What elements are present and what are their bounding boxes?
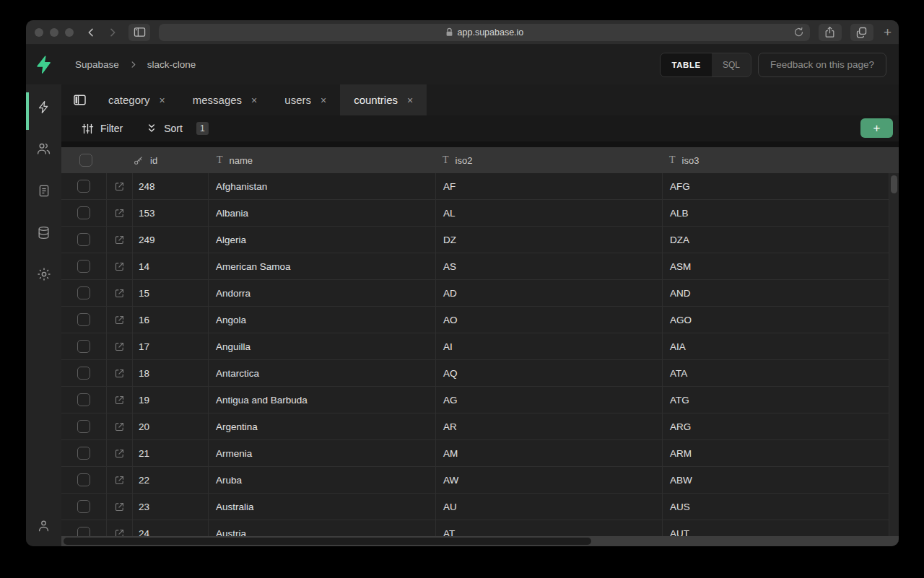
expand-row-icon[interactable] — [114, 368, 125, 379]
close-icon[interactable]: × — [321, 95, 326, 106]
cell-id[interactable]: 15 — [133, 280, 209, 306]
browser-sidebar-toggle-icon[interactable] — [128, 24, 150, 41]
column-header-iso2[interactable]: T iso2 — [436, 147, 663, 173]
expand-row-icon[interactable] — [114, 208, 125, 219]
sidebar-item-settings[interactable] — [35, 265, 53, 284]
row-checkbox[interactable] — [77, 527, 90, 536]
cell-id[interactable]: 248 — [133, 173, 209, 199]
row-checkbox[interactable] — [77, 340, 90, 353]
cell-name[interactable]: Andorra — [209, 280, 436, 306]
sidebar-item-auth-users[interactable] — [35, 139, 53, 158]
cell-iso2[interactable]: AG — [436, 387, 663, 413]
back-icon[interactable] — [85, 27, 97, 38]
cell-iso3[interactable]: AUT — [663, 520, 889, 536]
sidebar-item-home[interactable] — [35, 97, 53, 116]
cell-id[interactable]: 249 — [133, 227, 209, 253]
tab-messages[interactable]: messages × — [179, 84, 271, 115]
cell-iso2[interactable]: AT — [436, 520, 663, 536]
cell-id[interactable]: 23 — [133, 494, 209, 520]
expand-row-icon[interactable] — [114, 181, 125, 192]
close-window-button[interactable] — [35, 28, 43, 37]
cell-id[interactable]: 19 — [133, 387, 209, 413]
expand-row-icon[interactable] — [114, 395, 125, 406]
cell-id[interactable]: 22 — [133, 467, 209, 493]
row-checkbox[interactable] — [77, 180, 90, 193]
horizontal-scrollbar[interactable] — [61, 536, 899, 546]
cell-iso3[interactable]: ARM — [663, 440, 889, 466]
cell-iso3[interactable]: AGO — [663, 307, 889, 333]
cell-iso3[interactable]: ASM — [663, 253, 889, 279]
cell-iso3[interactable]: AIA — [663, 333, 889, 359]
cell-iso3[interactable]: DZA — [663, 227, 889, 253]
sidebar-item-database[interactable] — [35, 223, 53, 242]
cell-iso3[interactable]: AUS — [663, 494, 889, 520]
row-checkbox[interactable] — [77, 260, 90, 273]
cell-iso2[interactable]: AR — [436, 413, 663, 439]
cell-iso3[interactable]: ATG — [663, 387, 889, 413]
cell-iso2[interactable]: AD — [436, 280, 663, 306]
row-checkbox[interactable] — [77, 367, 90, 380]
expand-row-icon[interactable] — [114, 315, 125, 325]
cell-name[interactable]: Austria — [209, 520, 436, 536]
cell-name[interactable]: Antarctica — [209, 360, 436, 386]
cell-iso2[interactable]: AI — [436, 333, 663, 359]
row-checkbox[interactable] — [77, 286, 90, 299]
cell-iso2[interactable]: AO — [436, 307, 663, 333]
cell-name[interactable]: Algeria — [209, 227, 436, 253]
sql-view-button[interactable]: SQL — [712, 53, 751, 76]
cell-iso3[interactable]: ALB — [663, 200, 889, 226]
cell-iso2[interactable]: AL — [436, 200, 663, 226]
add-row-button[interactable]: + — [860, 118, 893, 138]
cell-name[interactable]: Anguilla — [209, 333, 436, 359]
cell-iso3[interactable]: ARG — [663, 413, 889, 439]
cell-name[interactable]: Antigua and Barbuda — [209, 387, 436, 413]
expand-row-icon[interactable] — [114, 341, 125, 352]
row-checkbox[interactable] — [77, 313, 90, 326]
row-checkbox[interactable] — [77, 233, 90, 246]
tab-users[interactable]: users × — [271, 84, 340, 115]
vertical-scrollbar-thumb[interactable] — [891, 175, 897, 193]
filter-button[interactable]: Filter — [82, 123, 123, 135]
expand-row-icon[interactable] — [114, 288, 125, 299]
breadcrumb-project[interactable]: Supabase — [75, 59, 119, 70]
vertical-scrollbar[interactable] — [889, 173, 899, 536]
cell-iso2[interactable]: AU — [436, 494, 663, 520]
cell-iso3[interactable]: ABW — [663, 467, 889, 493]
cell-name[interactable]: Argentina — [209, 413, 436, 439]
zoom-window-button[interactable] — [65, 28, 74, 37]
expand-row-icon[interactable] — [114, 502, 125, 512]
sidebar-item-docs[interactable] — [35, 181, 53, 200]
column-header-id[interactable]: id — [133, 147, 209, 173]
row-checkbox[interactable] — [77, 473, 90, 486]
cell-id[interactable]: 16 — [133, 307, 209, 333]
cell-id[interactable]: 20 — [133, 413, 209, 439]
cell-iso2[interactable]: AF — [436, 173, 663, 199]
cell-iso2[interactable]: AS — [436, 253, 663, 279]
close-icon[interactable]: × — [407, 95, 413, 106]
expand-row-icon[interactable] — [114, 421, 125, 432]
expand-row-icon[interactable] — [114, 235, 125, 245]
cell-iso2[interactable]: AM — [436, 440, 663, 466]
share-icon[interactable] — [819, 24, 842, 41]
cell-id[interactable]: 24 — [133, 520, 209, 536]
column-header-iso3[interactable]: T iso3 — [663, 147, 899, 173]
cell-iso3[interactable]: AFG — [663, 173, 889, 199]
cell-id[interactable]: 18 — [133, 360, 209, 386]
sort-button[interactable]: Sort 1 — [146, 122, 209, 135]
cell-iso3[interactable]: AND — [663, 280, 889, 306]
row-checkbox[interactable] — [77, 500, 90, 513]
cell-name[interactable]: Armenia — [209, 440, 436, 466]
row-checkbox[interactable] — [77, 447, 90, 460]
close-icon[interactable]: × — [160, 95, 165, 106]
cell-name[interactable]: Australia — [209, 494, 436, 520]
minimize-window-button[interactable] — [50, 28, 58, 37]
row-checkbox[interactable] — [77, 420, 90, 433]
horizontal-scrollbar-thumb[interactable] — [64, 538, 591, 545]
row-checkbox[interactable] — [77, 393, 90, 406]
cell-id[interactable]: 21 — [133, 440, 209, 466]
cell-name[interactable]: Aruba — [209, 467, 436, 493]
tab-overview-icon[interactable] — [850, 24, 873, 41]
cell-name[interactable]: Afghanistan — [209, 173, 436, 199]
expand-row-icon[interactable] — [114, 261, 125, 272]
tab-countries[interactable]: countries × — [340, 84, 427, 115]
